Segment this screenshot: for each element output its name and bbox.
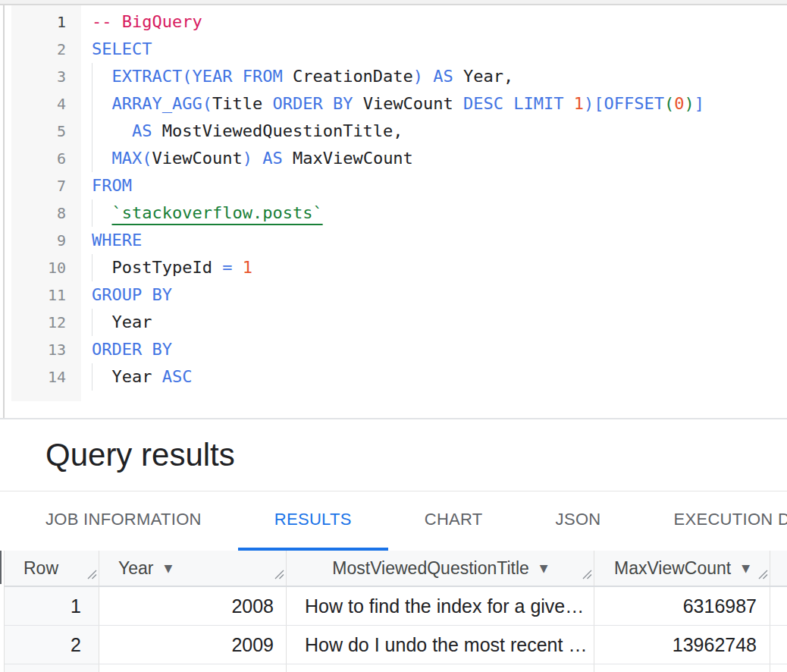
- tab-json[interactable]: JSON: [519, 491, 638, 551]
- indent-guide: [92, 309, 111, 336]
- line-number: 12: [11, 309, 66, 336]
- code-token: ViewCount: [363, 94, 463, 113]
- code-token: ) AS: [413, 67, 463, 86]
- code-token: PostTypeId: [111, 258, 222, 277]
- code-token: -- BigQuery: [92, 12, 202, 31]
- code-token: )[OFFSET: [584, 94, 664, 113]
- line-number-gutter: 1234567891011121314: [11, 5, 81, 401]
- tab-chart[interactable]: CHART: [388, 491, 519, 551]
- data-cell: How do I undo the most recent …: [287, 626, 594, 664]
- code-token: WHERE: [92, 231, 142, 250]
- row-number-cell: 1: [5, 587, 99, 625]
- code-line[interactable]: GROUP BY: [92, 281, 787, 309]
- code-token: CreationDate: [293, 67, 413, 86]
- sort-caret-icon[interactable]: ▼: [164, 562, 172, 574]
- query-results-title: Query results: [45, 437, 235, 473]
- code-line[interactable]: ORDER BY: [92, 336, 787, 363]
- table-left-edge: [0, 551, 2, 584]
- results-tab-bar: JOB INFORMATIONRESULTSCHARTJSONEXECUTION…: [0, 491, 787, 551]
- indent-guide: [92, 118, 111, 145]
- line-number: 13: [11, 336, 66, 363]
- code-line[interactable]: Year ASC: [92, 363, 787, 391]
- editor-top-strip: [0, 0, 787, 5]
- line-number: 1: [11, 8, 66, 36]
- data-cell: [594, 664, 770, 672]
- code-token: AS: [132, 121, 162, 140]
- table-header-row: RowYear▼MostViewedQuestionTitle▼MaxViewC…: [4, 551, 787, 587]
- data-cell: [287, 664, 594, 672]
- line-number: 6: [11, 145, 66, 172]
- column-header-maxviewcount[interactable]: MaxViewCount▼: [594, 551, 770, 586]
- tab-results[interactable]: RESULTS: [238, 491, 388, 551]
- code-token: 0: [674, 94, 684, 113]
- line-number: 5: [11, 118, 66, 145]
- data-cell: 2008: [99, 587, 287, 625]
- indent-guide: [92, 90, 111, 118]
- sql-code-area[interactable]: -- BigQuerySELECTEXTRACT(YEAR FROM Creat…: [81, 5, 787, 401]
- sql-editor[interactable]: 1234567891011121314 -- BigQuerySELECTEXT…: [3, 5, 787, 418]
- code-line[interactable]: PostTypeId = 1: [92, 254, 787, 281]
- line-number: 8: [11, 199, 66, 227]
- column-resize-handle[interactable]: [581, 564, 592, 584]
- code-token: EXTRACT(YEAR FROM: [111, 67, 292, 86]
- results-table: RowYear▼MostViewedQuestionTitle▼MaxViewC…: [0, 551, 787, 672]
- tab-label: JSON: [556, 510, 601, 529]
- code-line[interactable]: EXTRACT(YEAR FROM CreationDate) AS Year,: [92, 63, 787, 90]
- column-header-mostviewedquestiontitle[interactable]: MostViewedQuestionTitle▼: [287, 551, 594, 586]
- code-token: ViewCount: [152, 149, 242, 168]
- code-line[interactable]: ARRAY_AGG(Title ORDER BY ViewCount DESC …: [92, 90, 787, 118]
- table-row: 12008How to find the index for a give…63…: [4, 587, 787, 626]
- row-number-cell: [5, 664, 99, 672]
- code-token: FROM: [92, 176, 132, 195]
- column-resize-handle[interactable]: [86, 564, 97, 584]
- row-number-cell: 2: [5, 626, 99, 664]
- code-line[interactable]: WHERE: [92, 227, 787, 254]
- code-token: MAX(: [111, 149, 152, 168]
- code-line[interactable]: AS MostViewedQuestionTitle,: [92, 118, 787, 145]
- column-resize-handle[interactable]: [757, 564, 768, 584]
- indent-guide: [92, 145, 111, 172]
- indent-guide: [92, 63, 111, 90]
- table-row: [4, 664, 787, 672]
- code-token: ) AS: [243, 149, 293, 168]
- code-token: MaxViewCount: [293, 149, 413, 168]
- column-label: MostViewedQuestionTitle: [332, 558, 529, 579]
- column-label: Year: [118, 558, 153, 579]
- code-token: SELECT: [92, 39, 152, 58]
- code-token: ARRAY_AGG(: [111, 94, 212, 113]
- code-token: DESC LIMIT: [463, 94, 574, 113]
- tab-label: JOB INFORMATION: [45, 510, 202, 529]
- code-token: (: [664, 94, 674, 113]
- line-number: 4: [11, 90, 66, 118]
- code-token: ]: [695, 94, 704, 113]
- code-line[interactable]: MAX(ViewCount) AS MaxViewCount: [92, 145, 787, 172]
- code-token: GROUP BY: [92, 285, 172, 304]
- code-line[interactable]: -- BigQuery: [92, 8, 787, 36]
- tab-execution-details[interactable]: EXECUTION DETAILS: [637, 491, 787, 551]
- tab-label: RESULTS: [274, 510, 352, 529]
- data-cell: How to find the index for a give…: [287, 587, 594, 625]
- code-token: =: [222, 258, 243, 277]
- code-line[interactable]: `stackoverflow.posts`: [92, 199, 787, 227]
- data-cell: [99, 664, 287, 672]
- column-resize-handle[interactable]: [273, 564, 284, 584]
- sort-caret-icon[interactable]: ▼: [742, 562, 750, 574]
- code-line[interactable]: SELECT: [92, 36, 787, 63]
- code-token: ORDER BY: [92, 340, 172, 359]
- line-number: 14: [11, 363, 66, 391]
- column-header-row[interactable]: Row: [5, 551, 99, 586]
- code-line[interactable]: FROM: [92, 172, 787, 199]
- data-cell: 13962748: [594, 626, 770, 664]
- tab-job-information[interactable]: JOB INFORMATION: [9, 491, 238, 551]
- data-cell: 2009: [99, 626, 287, 664]
- line-number: 3: [11, 63, 66, 90]
- code-token: Year: [111, 367, 161, 386]
- code-line[interactable]: Year: [92, 309, 787, 336]
- sort-caret-icon[interactable]: ▼: [540, 562, 548, 574]
- table-row: 22009How do I undo the most recent …1396…: [4, 626, 787, 664]
- indent-guide: [92, 254, 111, 281]
- code-token: Year,: [463, 67, 513, 86]
- column-header-year[interactable]: Year▼: [99, 551, 287, 586]
- indent-guide: [92, 363, 111, 391]
- line-number: 9: [11, 227, 66, 254]
